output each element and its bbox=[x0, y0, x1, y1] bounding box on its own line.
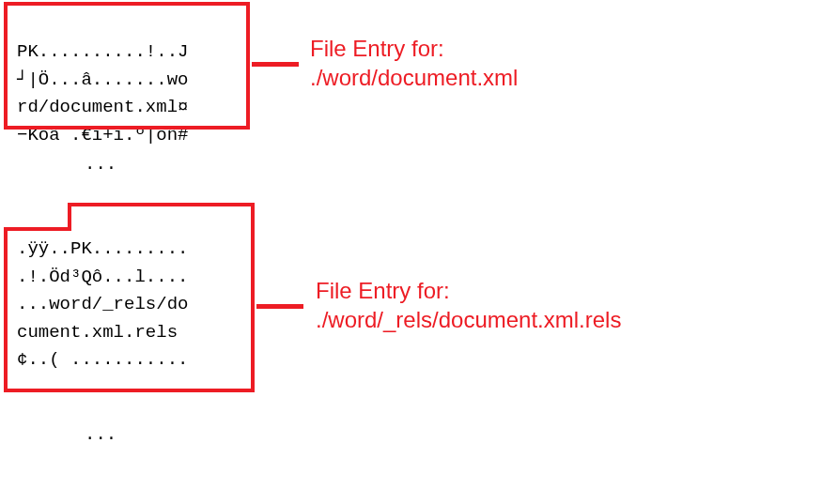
box-seam-mask bbox=[71, 227, 251, 231]
label-path: ./word/document.xml bbox=[310, 63, 518, 92]
connector-line-2 bbox=[256, 304, 303, 309]
highlight-box-1 bbox=[4, 2, 250, 130]
label-title: File Entry for: bbox=[316, 276, 621, 305]
label-path: ./word/_rels/document.xml.rels bbox=[316, 305, 621, 334]
label-title: File Entry for: bbox=[310, 34, 518, 63]
ellipsis-2: ... bbox=[85, 424, 116, 445]
connector-line-1 bbox=[252, 62, 299, 67]
ellipsis-1: ... bbox=[85, 154, 116, 175]
highlight-box-2 bbox=[4, 227, 255, 392]
label-block-1: File Entry for: ./word/document.xml bbox=[310, 34, 518, 92]
label-block-2: File Entry for: ./word/_rels/document.xm… bbox=[316, 276, 621, 334]
